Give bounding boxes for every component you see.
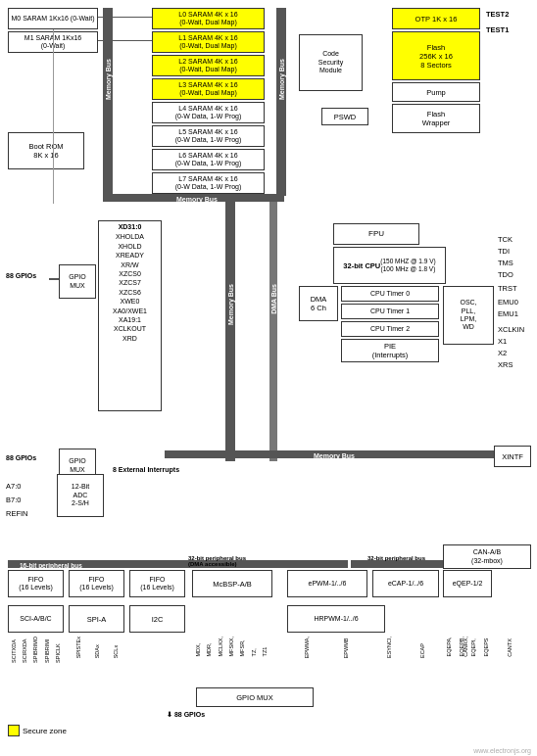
mcbsp-block: McBSP-A/B xyxy=(192,570,272,597)
osc-pll-block: OSC,PLL,LPM,WD xyxy=(443,286,494,345)
emu1-label: EMU1 xyxy=(498,309,518,318)
sci-signals: SCITXDA SCIRXDA SPIBRIMO SPIBRIMI SPICLK xyxy=(8,637,64,663)
memory-bus-label-left: Memory Bus xyxy=(105,59,112,100)
b7-label: B7:0 xyxy=(6,496,21,504)
pie-block: PIE(Interrupts) xyxy=(341,339,439,362)
l3-saram-block: L3 SARAM 4K x 16(0-Wait, Dual Map) xyxy=(152,78,265,100)
fifo1-block: FIFO(16 Levels) xyxy=(8,570,64,597)
xzcs7-label: XZCS7 xyxy=(119,279,141,287)
memory-bus-v-right xyxy=(276,8,286,196)
ext-int-label: 8 External Interrupts xyxy=(113,466,179,473)
spi-block: SPI-A xyxy=(69,605,124,633)
memory-bus-v-left xyxy=(103,8,113,196)
ecap-block: eCAP-1/../6 xyxy=(372,570,439,597)
fpu-block: FPU xyxy=(333,223,419,245)
memory-bus-label-right: Memory Bus xyxy=(278,59,285,100)
dma-bus-v xyxy=(269,202,277,461)
l5-saram-block: L5 SARAM 4K x 16(0-W Data, 1-W Prog) xyxy=(152,125,265,147)
flash-wrapper-block: FlashWrapper xyxy=(392,104,480,133)
l1-saram-block: L1 SARAM 4K x 16(0-Wait, Dual Map) xyxy=(152,31,265,53)
l2-saram-block: L2 SARAM 4K x 16(0-Wait, Dual Map) xyxy=(152,55,265,76)
epwm-signals: EPWMA, EPWMB xyxy=(287,637,366,658)
cpu-timer2-block: CPU Timer 2 xyxy=(341,321,439,337)
test1-label: TEST1 xyxy=(486,25,509,34)
tms-label: TMS xyxy=(498,259,513,267)
tdi-label: TDI xyxy=(498,247,510,256)
xclkout-label: XCLKOUT xyxy=(114,325,146,333)
legend-yellow-icon xyxy=(8,725,20,736)
xrw-label: XR/W xyxy=(121,261,138,269)
xzcs0-label: XZCS0 xyxy=(119,270,141,278)
hrpwm-block: HRPWM-1/../6 xyxy=(287,605,385,633)
gpio-88-bottom-label: ⬇ 88 GPIOs xyxy=(167,711,205,719)
m0-saram-block: M0 SARAM 1Kx16 (0-Wait) xyxy=(8,8,98,29)
periph-bus-32-dma-label: 32-bit peripheral bus(DMA accessible) xyxy=(188,555,246,567)
gpio-top-arrow xyxy=(49,278,59,280)
x2-label: X2 xyxy=(498,349,507,357)
xd-label: XD31:0 xyxy=(119,223,142,231)
legend-box: Secure zone xyxy=(8,725,67,736)
xrd-label: XRD xyxy=(122,335,137,343)
ecap-signals: ESYNCI, ECAP xyxy=(372,637,439,658)
m0-conn xyxy=(98,17,152,18)
can-block: CAN-A/B(32-mbox) xyxy=(443,544,531,569)
xa19-label: XA19:1 xyxy=(119,316,141,324)
boot-rom-block: Boot ROM8K x 16 xyxy=(8,132,84,169)
spi-signals: SPISTEx SDAx SCLx xyxy=(69,637,124,658)
xintf-block: XINTF xyxy=(494,446,531,467)
m1-conn xyxy=(98,40,152,41)
tck-label: TCK xyxy=(498,235,513,244)
xa0-label: XA0/XWE1 xyxy=(113,307,147,315)
adc-block: 12-BitADC2-S/H xyxy=(57,474,104,517)
xzcs6-label: XZCS6 xyxy=(119,289,141,297)
gpio-88-middle-label: 88 GPIOs xyxy=(6,454,36,461)
l7-saram-block: L7 SARAM 4K x 16(0-W Data, 1-W Prog) xyxy=(152,172,265,194)
xready-label: XREADY xyxy=(116,252,144,260)
m-conn-v xyxy=(53,29,54,204)
xclkin-label: XCLKIN xyxy=(498,325,524,334)
flash-block: Flash256K x 168 Sectors xyxy=(392,31,480,80)
memory-bus-h-middle-label: Memory Bus xyxy=(314,452,355,459)
gpio-mux-top: GPIOMUX xyxy=(59,264,96,299)
tdo-label: TDO xyxy=(498,270,513,279)
gpio-88-top-label: 88 GPIOs xyxy=(6,272,36,279)
dma-block: DMA6 Ch xyxy=(299,286,338,321)
memory-bus-v-center xyxy=(225,202,235,461)
xwe0-label: XWE0 xyxy=(121,298,140,306)
cpu-timer0-block: CPU Timer 0 xyxy=(341,286,439,302)
xintf-signals-block: XD31:0 XHOLDA XHOLD XREADY XR/W XZCS0 XZ… xyxy=(98,220,162,411)
can-signals: CANRX, CANTX xyxy=(443,637,531,657)
xrs-label: XRS xyxy=(498,360,513,369)
diagram-container: M0 SARAM 1Kx16 (0-Wait) M1 SARAM 1Kx16(0… xyxy=(0,0,537,756)
mcbsp-signals: MDX, MDR, MCLKX, MFSKX, MFSR, TZ, TZ1 xyxy=(192,637,270,656)
cpu-timer1-block: CPU Timer 1 xyxy=(341,304,439,319)
xhold-label: XHOLD xyxy=(118,243,141,251)
i2c-block: I2C xyxy=(129,605,185,633)
watermark: www.electronjs.org xyxy=(473,747,531,754)
cpu-32bit-block: 32-bit CPU (150 MHZ @ 1.9 V)(100 MHz @ 1… xyxy=(333,247,446,284)
refin-label: REFIN xyxy=(6,509,28,518)
gpio-mux-final: GPIO MUX xyxy=(196,687,314,707)
fifo3-block: FIFO(16 Levels) xyxy=(129,570,185,597)
periph-bus-16-label: 16-bit peripheral bus xyxy=(20,562,82,569)
periph-bus-32-label: 32-bit peripheral bus xyxy=(367,555,425,561)
test2-label: TEST2 xyxy=(486,10,509,19)
l6-saram-block: L6 SARAM 4K x 16(0-W Data, 1-W Prog) xyxy=(152,149,265,170)
code-security-block: CodeSecurityModule xyxy=(299,34,363,91)
memory-bus-v-center-label: Memory Bus xyxy=(227,284,234,325)
memory-bus-h-label: Memory Bus xyxy=(176,196,218,203)
pswd-block: PSWD xyxy=(321,108,368,125)
a7-label: A7:0 xyxy=(6,482,21,491)
trst-label: TRST xyxy=(498,284,517,293)
xholda-label: XHOLDA xyxy=(116,233,144,241)
fifo2-block: FIFO(16 Levels) xyxy=(69,570,124,597)
x1-label: X1 xyxy=(498,337,507,346)
epwm-block: ePWM-1/../6 xyxy=(287,570,367,597)
emu0-label: EMU0 xyxy=(498,298,518,307)
l4-saram-block: L4 SARAM 4K x 16(0-W Data, 1-W Prog) xyxy=(152,102,265,123)
l0-saram-block: L0 SARAM 4K x 16(0-Wait, Dual Map) xyxy=(152,8,265,29)
legend-text: Secure zone xyxy=(23,727,67,735)
eqep-block: eQEP-1/2 xyxy=(443,570,492,597)
pump-block: Pump xyxy=(392,82,480,102)
otp-block: OTP 1K x 16 xyxy=(392,8,480,29)
